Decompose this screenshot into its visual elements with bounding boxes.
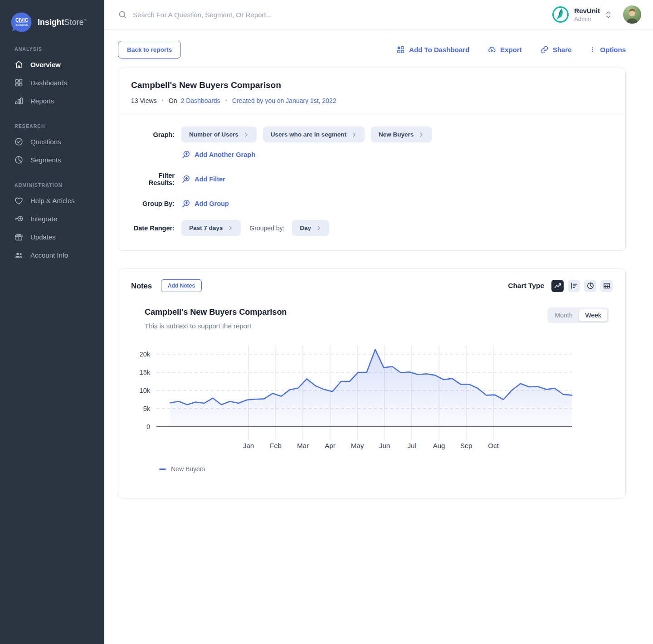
views-count: 13 Views [131,97,157,104]
sidebar-item-dashboards[interactable]: Dashboards [0,73,104,92]
date-row: Date Ranger: Past 7 days Grouped by: Day [131,220,613,236]
add-filter-button[interactable]: Add Filter [181,175,225,184]
chart-title: Campbell's New Buyers Comparison [145,307,287,317]
svg-text:Jan: Jan [243,442,254,449]
chart-title-row: Campbell's New Buyers Comparison This is… [118,301,625,330]
sidebar-item-label: Dashboards [30,79,67,87]
svg-text:10k: 10k [140,387,151,394]
chart-type-pie-button[interactable] [584,280,596,292]
options-button[interactable]: Options [590,45,626,54]
people-icon [14,250,24,260]
sidebar-item-integrate[interactable]: Integrate [0,210,104,228]
report-actions: Add To Dashboard Export Share Options [396,45,626,54]
chevron-right-icon [228,225,233,231]
add-group-button[interactable]: Add Group [181,199,229,208]
graph-row: Graph: Number of UsersUsers who are in s… [131,127,613,142]
report-title: Campbell's New Buyers Comparison [131,80,613,90]
filter-label: Filter Results: [131,172,175,186]
svg-text:5k: 5k [143,405,151,412]
line-chart[interactable]: JanFebMarAprMayJunJulAugSepOct05k10k15k2… [128,344,573,453]
sidebar-item-reports[interactable]: Reports [0,92,104,110]
chart-type-bars-button[interactable] [568,280,580,292]
sidebar: CIVIC SCIENCE InsightStore™ ANALYSISOver… [0,0,104,644]
chart-type-label: Chart Type [508,282,544,290]
svg-text:Jul: Jul [407,442,416,449]
sidebar-nav: ANALYSISOverviewDashboardsReportsRESEARC… [0,46,104,264]
share-button[interactable]: Share [540,45,572,54]
key-icon [14,214,24,224]
sidebar-item-segments[interactable]: Segments [0,151,104,169]
svg-text:Oct: Oct [488,442,499,449]
graph-pill[interactable]: Number of Users [181,127,257,142]
svg-text:0: 0 [146,423,150,430]
grouped-by-label: Grouped by: [249,224,284,232]
filter-row: Filter Results: Add Filter [131,172,613,186]
dashboards-link[interactable]: 2 Dashboards [180,97,220,104]
toggle-week[interactable]: Week [579,309,608,322]
search [118,10,551,19]
org-switcher-toggle[interactable] [605,10,611,19]
org-switcher: RevUnit Admin [551,5,641,24]
bar-rows-icon [570,282,578,290]
chart-type-table-button[interactable] [600,280,613,292]
add-notes-button[interactable]: Add Notes [161,279,202,292]
sidebar-item-account-info[interactable]: Account Info [0,246,104,264]
svg-text:Sep: Sep [460,442,473,449]
notes-head: Notes Add Notes Chart Type [118,269,625,301]
svg-text:15k: 15k [140,369,151,376]
add-graph-row: Add Another Graph [131,150,613,159]
add-magnifier-icon [181,199,190,208]
legend-label: New Buyers [171,465,205,473]
svg-text:20k: 20k [140,351,151,358]
sidebar-item-updates[interactable]: Updates [0,228,104,246]
notes-title: Notes [131,282,152,290]
export-button[interactable]: Export [487,45,522,54]
back-to-reports-button[interactable]: Back to reports [118,41,181,59]
on-label: On [169,97,177,104]
heart-icon [14,196,24,205]
nav-section-label: ANALYSIS [0,46,104,52]
created-by-link[interactable]: Created by you on January 1st, 2022 [232,97,336,104]
svg-text:May: May [351,442,364,449]
search-input[interactable] [133,11,323,19]
graph-pill[interactable]: Users who are in segment [263,127,365,142]
sidebar-item-label: Reports [30,97,54,105]
check-circle-icon [14,137,24,146]
grid-icon [14,78,24,88]
sidebar-item-label: Overview [30,61,61,68]
legend-swatch [159,468,166,470]
action-row: Back to reports Add To Dashboard Export … [118,41,626,59]
chevron-down-icon [605,15,611,19]
user-avatar[interactable] [623,5,641,24]
org-names: RevUnit Admin [574,7,600,22]
sidebar-item-help-articles[interactable]: Help & Articles [0,191,104,210]
date-range-pill[interactable]: Past 7 days [181,220,241,236]
org-name: RevUnit [574,7,600,15]
add-another-graph-button[interactable]: Add Another Graph [181,150,255,159]
date-range-label: Date Ranger: [131,224,175,232]
chart-type-line-button[interactable] [551,280,564,292]
svg-text:SCIENCE: SCIENCE [15,24,28,26]
chevron-right-icon [316,225,322,231]
revunit-logo-icon [551,5,570,24]
nav-section-label: ADMINISTRATION [0,182,104,188]
toggle-month[interactable]: Month [549,309,579,322]
sidebar-item-questions[interactable]: Questions [0,132,104,151]
graph-pill[interactable]: New Buyers [371,127,432,142]
svg-text:CIVIC: CIVIC [15,17,28,23]
sidebar-item-label: Integrate [30,215,57,223]
gift-icon [14,232,24,242]
add-to-dashboard-button[interactable]: Add To Dashboard [396,45,469,54]
topbar: RevUnit Admin [104,0,653,29]
sidebar-item-overview[interactable]: Overview [0,55,104,73]
cloud-download-icon [487,45,496,54]
brand: CIVIC SCIENCE InsightStore™ [0,12,104,33]
link-icon [540,45,549,54]
grouped-by-pill[interactable]: Day [292,220,329,236]
graph-pills: Number of UsersUsers who are in segmentN… [181,127,432,142]
notes-card: Notes Add Notes Chart Type Campbell's Ne… [118,268,626,498]
sidebar-item-label: Segments [30,156,61,164]
civicscience-logo-icon: CIVIC SCIENCE [11,12,32,33]
dashboard-grid-icon [396,45,405,54]
report-meta: 13 Views • On 2 Dashboards • Created by … [131,97,613,104]
